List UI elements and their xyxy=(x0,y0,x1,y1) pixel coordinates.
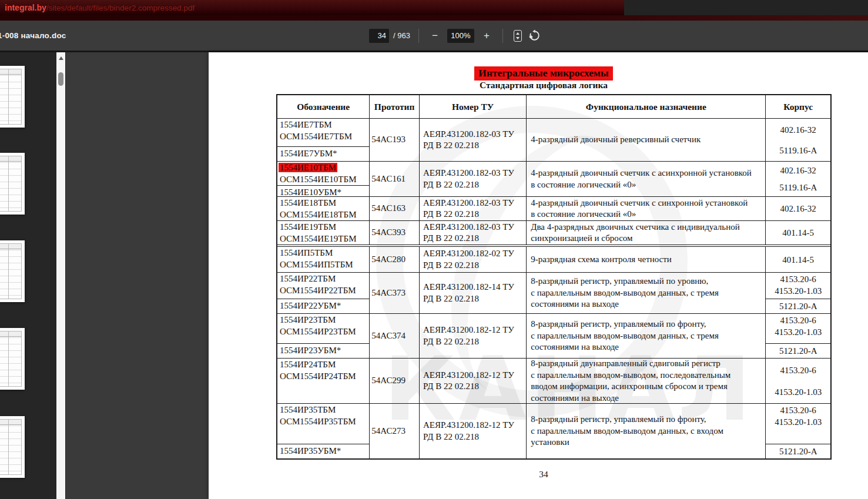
function-text: 4-разрядный двоичный счетчик с синхронно… xyxy=(531,197,761,209)
package-cell: 401.14-5 xyxy=(765,247,830,272)
designation-text: ОСМ1554ИЕ19ТБМ xyxy=(280,233,367,245)
window-accent-band xyxy=(0,15,868,21)
package-text: 5121.20-А xyxy=(766,299,830,313)
function-cell: 4-разрядный двоичный счетчик с синхронно… xyxy=(526,197,765,220)
prototype-cell: 54АС373 xyxy=(369,273,419,313)
designation-text: 1554ИЕ10ТБМ xyxy=(280,162,367,174)
package-text: 4153.20-1.03 xyxy=(767,416,829,428)
sidebar-scrollbar[interactable] xyxy=(56,52,65,499)
tu-text: АЕЯР.431200.182-12 ТУ xyxy=(423,324,522,336)
tu-cell: АЕЯР.431200.182-03 ТУРД В 22 02.218 xyxy=(419,119,526,161)
tu-text: РД В 22 02.218 xyxy=(423,179,522,191)
designation-text: 1554ИР22ТБМ xyxy=(280,273,367,285)
designation-text: 1554ИР24ТБМ xyxy=(280,359,367,371)
function-text: вводом информации, асинхронным сбросом и… xyxy=(531,381,761,393)
designation-text: 1554ИР35ТБМ xyxy=(280,404,367,416)
tu-cell: АЕЯР.431200.182-03 ТУРД В 22 02.218 xyxy=(419,162,526,196)
prototype-text: 54АС299 xyxy=(371,375,417,387)
zoom-out-button[interactable]: − xyxy=(427,28,443,43)
prototype-cell: 54АС163 xyxy=(369,197,419,220)
page-thumbnail[interactable] xyxy=(0,240,25,302)
thumbnail-sidebar xyxy=(0,52,66,499)
zoom-in-button[interactable]: + xyxy=(479,28,494,43)
page-total-label: / 963 xyxy=(393,31,410,40)
tu-cell: АЕЯР.431200.182-12 ТУРД В 22 02.218 xyxy=(419,314,526,358)
prototype-text: 54АС373 xyxy=(371,287,417,299)
scroll-up-arrow-icon[interactable] xyxy=(56,53,65,62)
function-cell: Два 4-разрядных двоичных счетчика с инди… xyxy=(526,221,765,245)
tu-cell: АЕЯР.431200.182-02 ТУРД В 22 02.218 xyxy=(419,247,526,272)
tu-text: АЕЯР.431200.182-12 ТУ xyxy=(423,420,522,431)
package-text: 402.16-32 xyxy=(767,203,829,215)
package-cell: 401.14-5 xyxy=(765,221,830,245)
function-text: 4-разрядный двоичный счетчик с асинхронн… xyxy=(531,168,761,179)
designation-text: ОСМ1554ИЕ18ТБМ xyxy=(280,209,367,221)
designation-cell: 1554ИП5ТБМОСМ1554ИП5ТБМ xyxy=(277,247,369,272)
package-text: 4153.20-1.03 xyxy=(767,285,829,297)
zoom-level-input[interactable]: 100% xyxy=(447,29,474,43)
function-text: с параллельным вводом-выводом, последова… xyxy=(531,370,761,381)
tu-cell: АЕЯР.431200.182-12 ТУРД В 22 02.218 xyxy=(419,404,526,458)
rotate-icon[interactable] xyxy=(528,28,542,43)
package-text: 5121.20-А xyxy=(766,343,830,357)
table-row: 1554ИР22ТБМОСМ1554ИР22ТБМ1554ИР22УБМ* 54… xyxy=(277,272,830,313)
prototype-cell: 54АС393 xyxy=(369,221,419,245)
page-subtitle: Стандартная цифровая логика xyxy=(209,80,868,91)
thumbnail-table-preview xyxy=(0,156,22,212)
tu-cell: АЕЯР.431200.182-14 ТУРД В 22 02.218 xyxy=(419,273,526,313)
page-thumbnail[interactable] xyxy=(0,153,25,215)
package-cell: 4153.20-64153.20-1.035121.20-А xyxy=(765,404,830,458)
prototype-text: 54АС193 xyxy=(371,134,417,146)
table-row: 1554ИЕ10ТБМОСМ1554ИЕ10ТБМ1554ИЕ10УБМ* 54… xyxy=(277,161,830,196)
tu-text: РД В 22 02.218 xyxy=(423,140,522,152)
package-text: 4153.20-1.03 xyxy=(767,386,829,398)
prototype-cell: 54АС299 xyxy=(369,359,419,403)
designation-text: ОСМ1554ИЕ10ТБМ xyxy=(280,174,367,186)
header-tu-number: Номер ТУ xyxy=(419,95,526,118)
designation-cell: 1554ИР22ТБМОСМ1554ИР22ТБМ1554ИР22УБМ* xyxy=(277,273,369,313)
tu-text: АЕЯР.431200.182-03 ТУ xyxy=(423,222,522,233)
tu-text: АЕЯР.431200.182-03 ТУ xyxy=(423,168,522,179)
tu-text: РД В 22 02.218 xyxy=(423,209,522,220)
function-text: с параллельным вводом-выводом данных, с … xyxy=(531,330,761,342)
package-cell: 402.16-32 xyxy=(765,197,830,220)
function-cell: 4-разрядный двоичный реверсивный счетчик xyxy=(526,119,765,161)
function-text: 8-разрядный регистр, управляемый по фрон… xyxy=(531,319,761,330)
fit-to-page-icon[interactable] xyxy=(514,30,522,42)
browser-chrome-strip xyxy=(624,0,868,15)
function-text: 8-разрядный двунаправленный сдвиговый ре… xyxy=(531,359,761,370)
function-text: состояниями на выходе xyxy=(531,341,761,353)
package-text: 4153.20-6 xyxy=(767,364,829,376)
package-text: 4153.20-6 xyxy=(767,404,829,416)
package-cell: 4153.20-64153.20-1.03 xyxy=(765,359,830,403)
designation-text: 1554ИЕ7ТБМ xyxy=(280,119,367,131)
designation-text: 1554ИЕ7УБМ* xyxy=(277,146,369,160)
designation-text: 1554ИЕ18ТБМ xyxy=(280,197,367,209)
page-thumbnail[interactable] xyxy=(0,328,25,390)
tu-text: РД В 22 02.218 xyxy=(423,293,522,305)
tu-text: РД В 22 02.218 xyxy=(423,336,522,348)
function-text: состояниями на выходе xyxy=(531,393,761,404)
scrollbar-thumb[interactable] xyxy=(58,72,63,86)
function-text: в состояние логический «0» xyxy=(531,179,761,191)
function-cell: 9-разрядная схема контроля четности xyxy=(526,247,765,272)
prototype-text: 54АС280 xyxy=(371,254,417,266)
table-header-row: Обозначение Прототип Номер ТУ Функционал… xyxy=(277,95,830,118)
package-cell: 4153.20-64153.20-1.035121.20-А xyxy=(765,314,830,358)
page-thumbnail[interactable] xyxy=(0,66,25,128)
package-text: 401.14-5 xyxy=(767,254,829,266)
tu-text: АЕЯР.431200.182-03 ТУ xyxy=(423,197,522,209)
page-thumbnail[interactable] xyxy=(0,416,25,478)
function-cell: 4-разрядный двоичный счетчик с асинхронн… xyxy=(526,162,765,196)
function-text: состояниями на выходе xyxy=(531,299,761,310)
pdf-page: КАНАЛ Интегральные микросхемы Стандартна… xyxy=(209,52,868,499)
table-row: 1554ИЕ18ТБМОСМ1554ИЕ18ТБМ 54АС163 АЕЯР.4… xyxy=(277,196,830,220)
header-prototype: Прототип xyxy=(369,95,419,118)
table-row: 1554ИР24ТБМОСМ1554ИР24ТБМ 54АС299 АЕЯР.4… xyxy=(277,358,830,403)
page-number-input[interactable]: 34 xyxy=(369,29,389,43)
designation-text: ОСМ1554ИР22ТБМ xyxy=(280,285,367,297)
package-cell: 4153.20-64153.20-1.035121.20-А xyxy=(765,273,830,313)
package-cell: 402.16-325119.16-А xyxy=(765,162,830,196)
designation-cell: 1554ИЕ19ТБМОСМ1554ИЕ19ТБМ xyxy=(277,221,369,245)
designation-cell: 1554ИЕ10ТБМОСМ1554ИЕ10ТБМ1554ИЕ10УБМ* xyxy=(277,162,369,196)
